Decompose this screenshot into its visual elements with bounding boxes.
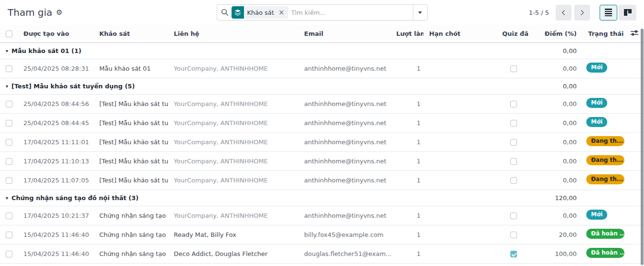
cell-score: 0,00 bbox=[531, 59, 582, 78]
cell-deadline bbox=[423, 225, 496, 244]
quiz-passed-checkbox[interactable] bbox=[510, 177, 517, 184]
chevron-down-icon bbox=[418, 11, 422, 14]
cell-attempts: 1 bbox=[396, 170, 423, 190]
table-row[interactable]: 25/04/2025 08:44:45 [Test] Mẫu khảo sát … bbox=[0, 113, 644, 132]
quiz-passed-checkbox[interactable] bbox=[510, 232, 517, 238]
caret-down-icon: ▾ bbox=[6, 195, 8, 201]
row-checkbox[interactable] bbox=[6, 232, 12, 238]
group-score-total: 120,00 bbox=[531, 190, 582, 206]
search-input[interactable] bbox=[291, 9, 409, 16]
cell-survey: Chứng nhận sáng tạo ... bbox=[94, 244, 168, 263]
group-header-row[interactable]: ▾Chứng nhận sáng tạo đồ nội thất (3) 120… bbox=[0, 190, 644, 206]
cell-created: 15/04/2025 11:46:40 bbox=[18, 244, 94, 263]
cell-score: 20,00 bbox=[531, 225, 582, 244]
quiz-passed-checkbox[interactable] bbox=[510, 101, 517, 107]
table-row[interactable]: 15/04/2025 11:46:40 Chứng nhận sáng tạo … bbox=[0, 225, 644, 244]
vertical-scrollbar[interactable] bbox=[641, 29, 644, 265]
cell-email: anthinhhome@tinyvns.net bbox=[298, 206, 396, 225]
table-row[interactable]: 17/04/2025 11:07:05 [Test] Mẫu khảo sát … bbox=[0, 170, 644, 190]
status-badge: Đã hoàn ... bbox=[586, 229, 624, 239]
cell-deadline bbox=[423, 170, 496, 190]
search-facet[interactable]: Khảo sát × bbox=[232, 6, 288, 19]
column-header-email[interactable]: Email bbox=[298, 25, 396, 43]
table-row[interactable]: 15/04/2025 11:46:40 Chứng nhận sáng tạo … bbox=[0, 244, 644, 263]
column-header-attempts[interactable]: Lượt làm bbox=[396, 25, 423, 43]
status-badge: Đang th... bbox=[586, 136, 624, 146]
cell-score: 0,00 bbox=[531, 113, 582, 132]
cell-attempts: 1 bbox=[396, 244, 423, 263]
caret-down-icon: ▾ bbox=[6, 84, 8, 89]
select-all-checkbox[interactable] bbox=[6, 31, 12, 37]
cell-survey: Chứng nhận sáng tạo ... bbox=[94, 225, 168, 244]
group-header-row[interactable]: ▾Mẫu khảo sát 01 (1) 0,00 bbox=[0, 43, 644, 59]
facet-remove-icon[interactable]: × bbox=[277, 9, 288, 16]
group-score-total: 0,00 bbox=[531, 78, 582, 94]
cell-contact: YourCompany, ANTHINHHOME bbox=[168, 151, 298, 170]
cell-attempts: 1 bbox=[396, 132, 423, 151]
cell-created: 25/04/2025 08:44:56 bbox=[18, 94, 94, 113]
cell-created: 17/04/2025 11:10:13 bbox=[18, 151, 94, 170]
cell-email: billy.fox45@example.com bbox=[298, 225, 396, 244]
row-checkbox[interactable] bbox=[6, 139, 12, 146]
status-badge: Mới bbox=[586, 117, 607, 127]
layers-icon bbox=[232, 6, 244, 19]
group-header-row[interactable]: ▾[Test] Mẫu khảo sát tuyển dụng (5) 0,00 bbox=[0, 78, 644, 94]
table-row[interactable]: 25/04/2025 08:28:31 Mẫu khảo sát 01 Your… bbox=[0, 59, 644, 78]
kanban-view-button[interactable] bbox=[619, 5, 636, 21]
row-checkbox[interactable] bbox=[6, 251, 12, 257]
cell-attempts: 1 bbox=[396, 59, 423, 78]
column-header-deadline[interactable]: Hạn chót bbox=[423, 25, 496, 43]
row-checkbox[interactable] bbox=[6, 158, 12, 165]
column-header-contact[interactable]: Liên hệ bbox=[168, 25, 298, 43]
cell-attempts: 1 bbox=[396, 151, 423, 170]
quiz-passed-checkbox[interactable] bbox=[510, 213, 517, 219]
cell-deadline bbox=[423, 244, 496, 263]
row-checkbox[interactable] bbox=[6, 177, 12, 184]
row-checkbox[interactable] bbox=[6, 101, 12, 107]
table-row[interactable]: 17/04/2025 10:21:37 Chứng nhận sáng tạo … bbox=[0, 206, 644, 225]
status-badge: Mới bbox=[586, 63, 607, 73]
cell-email: anthinhhome@tinyvns.net bbox=[298, 113, 396, 132]
scrollbar-thumb[interactable] bbox=[641, 29, 644, 265]
records-table: Được tạo vào Khảo sát Liên hệ Email Lượt… bbox=[0, 25, 644, 264]
row-checkbox[interactable] bbox=[6, 120, 12, 127]
quiz-passed-checkbox[interactable] bbox=[510, 158, 517, 165]
row-checkbox[interactable] bbox=[6, 213, 12, 219]
table-row[interactable]: 17/04/2025 11:10:13 [Test] Mẫu khảo sát … bbox=[0, 151, 644, 170]
search-options-toggle[interactable] bbox=[413, 5, 427, 20]
pager-previous-button[interactable] bbox=[556, 5, 571, 21]
column-header-status[interactable]: Trạng thái bbox=[582, 25, 625, 43]
pager-next-button[interactable] bbox=[574, 5, 590, 21]
cell-deadline bbox=[423, 151, 496, 170]
cell-score: 0,00 bbox=[531, 151, 582, 170]
group-label: Mẫu khảo sát 01 (1) bbox=[11, 47, 81, 54]
cell-created: 17/04/2025 11:07:05 bbox=[18, 170, 94, 190]
kanban-icon bbox=[624, 9, 632, 16]
cell-email: douglas.fletcher51@exam... bbox=[298, 244, 396, 263]
quiz-passed-checkbox[interactable] bbox=[510, 139, 517, 146]
pager-range: 1-5 / 5 bbox=[529, 9, 549, 16]
cell-attempts: 1 bbox=[396, 206, 423, 225]
cell-contact: YourCompany, ANTHINHHOME bbox=[168, 113, 298, 132]
adjust-columns-icon[interactable] bbox=[631, 30, 638, 36]
list-view-button[interactable] bbox=[600, 5, 617, 21]
cell-created: 25/04/2025 08:28:31 bbox=[18, 59, 94, 78]
facet-label: Khảo sát bbox=[244, 9, 278, 16]
row-checkbox[interactable] bbox=[6, 65, 12, 72]
column-header-survey[interactable]: Khảo sát bbox=[94, 25, 168, 43]
column-header-score[interactable]: Điểm (%) bbox=[531, 25, 582, 43]
cell-email: anthinhhome@tinyvns.net bbox=[298, 94, 396, 113]
view-switcher bbox=[600, 5, 636, 21]
table-row[interactable]: 25/04/2025 08:44:56 [Test] Mẫu khảo sát … bbox=[0, 94, 644, 113]
column-header-quiz[interactable]: Quiz đã ... bbox=[496, 25, 531, 43]
quiz-passed-checkbox[interactable] bbox=[510, 120, 517, 127]
quiz-passed-checkbox[interactable] bbox=[510, 65, 517, 72]
cell-survey: [Test] Mẫu khảo sát tu... bbox=[94, 132, 168, 151]
cell-deadline bbox=[423, 94, 496, 113]
column-header-created[interactable]: Được tạo vào bbox=[18, 25, 94, 43]
cell-deadline bbox=[423, 132, 496, 151]
quiz-passed-checkbox[interactable] bbox=[510, 251, 517, 257]
caret-down-icon: ▾ bbox=[6, 48, 8, 53]
table-row[interactable]: 17/04/2025 11:11:01 [Test] Mẫu khảo sát … bbox=[0, 132, 644, 151]
gear-icon[interactable]: ⚙ bbox=[56, 9, 63, 16]
